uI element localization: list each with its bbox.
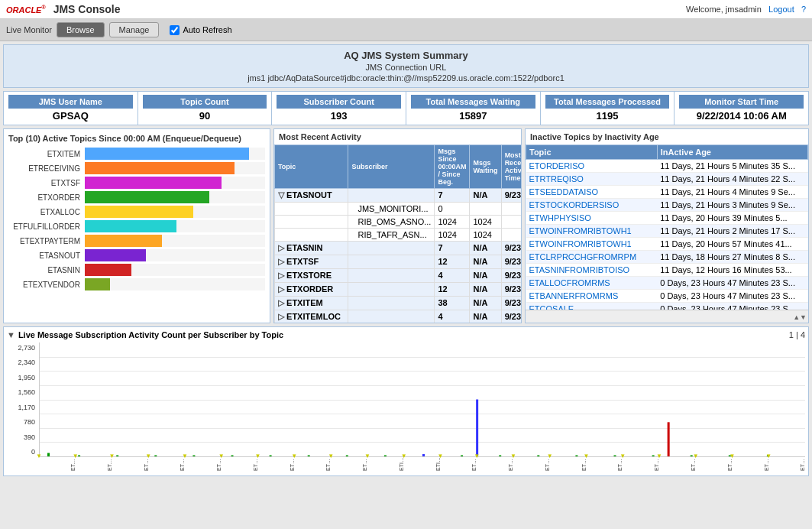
msgs-since-cell: 4 <box>435 310 470 323</box>
topic-name-cell: ETORDERISO <box>526 160 658 173</box>
table-row[interactable]: ▽ ETASNOUT7N/A9/23/... <box>275 189 522 203</box>
list-item[interactable]: ETCLRPRCCHGFROMRPM11 Days, 18 Hours 27 M… <box>526 251 808 264</box>
recent-time-cell: 9/23/... <box>501 255 521 269</box>
connection-label: JMS Connection URL <box>8 63 804 72</box>
subscriber-row-cell: 1024 <box>470 216 501 229</box>
table-row: RIB_OMS_ASNO...10241024 <box>275 216 522 229</box>
bar-container <box>85 191 265 203</box>
topic-cell[interactable]: ▷ ETXSTORE <box>275 269 348 283</box>
bar-row: ETASNOUT <box>8 249 265 261</box>
table-row[interactable]: ▷ ETXITEMLOC4N/A9/23/... <box>275 310 522 323</box>
list-item[interactable]: ETWOINFROMRIBTOWH111 Days, 20 Hours 57 M… <box>526 238 808 251</box>
table-row[interactable]: ▷ ETASNIN7N/A9/23/... <box>275 242 522 255</box>
page-indicator: 1 | 4 <box>789 330 805 339</box>
welcome-text: Welcome, jmsadmin <box>686 5 762 14</box>
bar <box>85 278 110 290</box>
bar-label: ETXITEM <box>8 150 85 158</box>
stat-topic-count: Topic Count 90 <box>138 92 273 125</box>
subscriber-row-cell: RIB_OMS_ASNO... <box>348 216 435 229</box>
auto-refresh-checkbox[interactable] <box>170 25 180 35</box>
bar <box>85 264 131 276</box>
list-item[interactable]: ETRTREQISO11 Days, 21 Hours 4 Minutes 22… <box>526 173 808 186</box>
main-content: Top (10) Active Topics Since 00:00 AM (E… <box>3 128 809 323</box>
bar-container <box>85 148 265 160</box>
inactive-panel: Inactive Topics by Inactivity Age TopicI… <box>525 128 809 323</box>
list-item[interactable]: ETORDERISO11 Days, 21 Hours 5 Minutes 35… <box>526 160 808 173</box>
header-left: ORACLE® JMS Console <box>6 3 121 15</box>
inactive-column-header: InActive Age <box>657 145 807 160</box>
msgs-since-cell: 12 <box>435 255 470 269</box>
chart-marker: ▼ <box>401 453 407 459</box>
bar <box>85 148 249 160</box>
activity-title: Most Recent Activity <box>274 129 521 144</box>
bar <box>85 249 146 261</box>
x-axis-label: ETXITEM <box>659 457 696 471</box>
bar-label: ETXTSF <box>8 179 85 187</box>
topic-cell[interactable]: ▷ ETXORDER <box>275 283 348 297</box>
chart-marker: ▼ <box>36 453 42 459</box>
chart-marker: ▼ <box>73 453 79 459</box>
topic-cell[interactable]: ▽ ETASNOUT <box>275 189 348 203</box>
stat-jms-user: JMS User Name GPSAQ <box>4 92 138 125</box>
inactive-age-cell: 11 Days, 21 Hours 2 Minutes 17 S... <box>657 225 807 238</box>
y-axis-label: 1,560 <box>7 388 37 396</box>
activity-table-scroll[interactable]: TopicSubscriberMsgs Since 00:00AM / Sinc… <box>274 144 521 323</box>
table-row[interactable]: ▷ ETXORDER12N/A9/23/... <box>275 283 522 297</box>
list-item[interactable]: ETALLOCFROMRMS0 Days, 23 Hours 47 Minute… <box>526 277 808 290</box>
topic-cell[interactable]: ▷ ETXITEMLOC <box>275 310 348 323</box>
list-item[interactable]: ETSTOCKORDERSISO11 Days, 21 Hours 3 Minu… <box>526 199 808 212</box>
bar-container <box>85 206 265 218</box>
subscriber-row-cell <box>275 229 348 242</box>
recent-time-cell: 9/23/... <box>501 269 521 283</box>
list-item[interactable]: ETASNINFROMRIBTOISО11 Days, 12 Hours 16 … <box>526 264 808 277</box>
bar-container <box>85 264 265 276</box>
topic-cell[interactable]: ▷ ETASNIN <box>275 242 348 255</box>
list-item[interactable]: ETCOSALE0 Days, 23 Hours 47 Minutes 23 S… <box>526 303 808 310</box>
subscriber-row-cell <box>275 216 348 229</box>
logout-link[interactable]: Logout <box>768 5 794 14</box>
page-current: 1 <box>789 330 794 339</box>
x-axis-label: ETEXTPAYTERM <box>258 457 295 471</box>
table-row[interactable]: ▷ ETXSTORE4N/A9/23/... <box>275 269 522 283</box>
x-axis-labels: ETASNINETASNOUTETBANNERFROMLETEXTCURRATE… <box>39 457 805 472</box>
inactive-age-cell: 0 Days, 23 Hours 47 Minutes 23 S... <box>657 303 807 310</box>
nav-browse[interactable]: Browse <box>57 22 105 37</box>
inactive-table-scroll[interactable]: TopicInActive AgeETORDERISO11 Days, 21 H… <box>526 144 808 310</box>
svg-rect-12 <box>476 400 478 457</box>
subscriber-row-cell: 1024 <box>435 229 470 242</box>
bar-container <box>85 162 265 174</box>
bar-label: ETEXTPAYTERM <box>8 237 85 245</box>
bar <box>85 162 235 174</box>
msgs-waiting-cell: N/A <box>470 189 501 203</box>
list-item[interactable]: ETSEEDDATAISO11 Days, 21 Hours 4 Minutes… <box>526 186 808 199</box>
stat-subscriber-count: Subscriber Count 193 <box>272 92 406 125</box>
topic-cell[interactable]: ▷ ETXITEM <box>275 297 348 310</box>
table-row[interactable]: ▷ ETXTSF12N/A9/23/... <box>275 255 522 269</box>
nav-live-monitor[interactable]: Live Monitor <box>6 25 52 34</box>
chart-marker: ▼ <box>291 453 297 459</box>
topic-cell[interactable]: ▷ ETXTSF <box>275 255 348 269</box>
bar-row: ETFULFILLORDER <box>8 220 265 232</box>
chart-marker: ▼ <box>328 453 334 459</box>
topic-name-cell: ETRTREQISO <box>526 173 658 186</box>
stat-total-processed-value: 1195 <box>545 110 670 122</box>
list-item[interactable]: ETWHPHYSISO11 Days, 20 Hours 39 Minutes … <box>526 212 808 225</box>
bottom-panel: ▼ Live Message Subscription Activity Cou… <box>3 326 809 476</box>
bar-row: ETXTSF <box>8 177 265 189</box>
list-item[interactable]: ETBANNERFROMRMS0 Days, 23 Hours 47 Minut… <box>526 290 808 303</box>
bar-label: ETFULFILLORDER <box>8 222 85 231</box>
nav-manage[interactable]: Manage <box>109 22 160 37</box>
y-axis-label: 390 <box>7 433 37 441</box>
chart-marker: ▼ <box>583 453 589 459</box>
y-axis-label: 2,340 <box>7 359 37 366</box>
table-row[interactable]: ▷ ETXITEM38N/A9/23/... <box>275 297 522 310</box>
stat-total-processed: Total Messages Processed 1195 <box>541 92 675 125</box>
table-row: JMS_MONITORI...0 <box>275 203 522 216</box>
activity-column-header: Msgs Since 00:00AM / Since Beg. <box>435 145 470 189</box>
list-item[interactable]: ETWOINFROMRIBTOWH111 Days, 21 Hours 2 Mi… <box>526 225 808 238</box>
topic-name-cell: ETSTOCKORDERSISO <box>526 199 658 212</box>
help-icon[interactable]: ? <box>801 5 806 14</box>
collapse-icon[interactable]: ▼ <box>7 330 15 339</box>
stat-monitor-start: Monitor Start Time 9/22/2014 10:06 AM <box>675 92 808 125</box>
app-title: JMS Console <box>53 3 121 15</box>
